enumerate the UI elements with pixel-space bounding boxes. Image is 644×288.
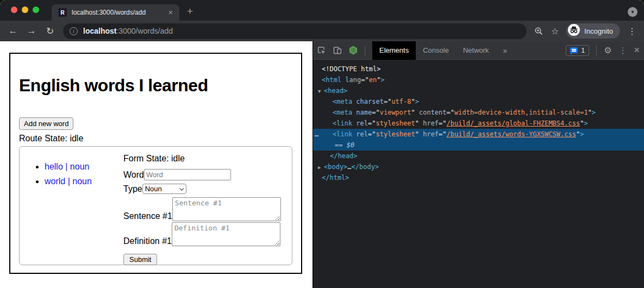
forward-button[interactable]: →	[26, 26, 37, 36]
extension-hexagon-icon[interactable]	[349, 46, 358, 55]
device-toolbar-icon[interactable]	[333, 46, 342, 55]
word-list-item: hello | noun	[45, 161, 123, 172]
devtools-code-line[interactable]: <html lang="en">	[313, 74, 644, 85]
word-label: Word	[123, 170, 144, 180]
devtools-code-line[interactable]: …<link rel="stylesheet" href="/build/_as…	[313, 129, 644, 140]
page-container: English words I learned Add new word Rou…	[9, 53, 302, 274]
gutter-ellipsis-icon[interactable]: …	[315, 129, 318, 140]
devtools-tab-console[interactable]: Console	[416, 41, 456, 60]
add-new-word-button[interactable]: Add new word	[19, 117, 73, 130]
toolbar-divider	[596, 46, 597, 55]
sentence-row: Sentence #1	[123, 197, 281, 221]
browser-window: R localhost:3000/words/add × + ▾ ← → ↻ i…	[0, 0, 644, 288]
expand-arrow-icon[interactable]: ▼	[318, 86, 321, 97]
minimize-window-button[interactable]	[22, 7, 28, 13]
devtools-panel: ElementsConsoleNetwork » 1 ⚙ ⋮ × <!DOCTY…	[312, 41, 644, 288]
incognito-spy-icon	[568, 24, 580, 38]
word-list: hello | nounworld | noun	[20, 161, 123, 265]
definition-row: Definition #1	[123, 222, 281, 246]
word-link[interactable]: hello | noun	[45, 162, 89, 171]
devtools-code-line[interactable]: <!DOCTYPE html>	[313, 64, 644, 74]
devtools-toolbar: ElementsConsoleNetwork » 1 ⚙ ⋮ ×	[313, 41, 644, 60]
devtools-tab-elements[interactable]: Elements	[372, 41, 416, 60]
zoom-icon[interactable]	[534, 27, 543, 36]
tab-close-icon[interactable]: ×	[166, 8, 175, 17]
webpage-viewport: English words I learned Add new word Rou…	[0, 41, 312, 288]
inspect-element-icon[interactable]	[317, 46, 326, 55]
sentence-label: Sentence #1	[123, 211, 172, 221]
issues-count: 1	[581, 47, 585, 54]
close-window-button[interactable]	[11, 7, 17, 13]
definition-label: Definition #1	[123, 236, 172, 246]
submit-button[interactable]: Submit	[123, 254, 157, 265]
incognito-label: Incognito	[584, 27, 613, 35]
browser-tab[interactable]: R localhost:3000/words/add ×	[52, 4, 179, 21]
word-input[interactable]	[144, 169, 231, 180]
issues-counter[interactable]: 1	[566, 45, 589, 56]
devtools-code-line[interactable]: <link rel="stylesheet" href="/build/_ass…	[313, 118, 644, 129]
fullscreen-window-button[interactable]	[33, 7, 39, 13]
devtools-code-line[interactable]: ▶<body>…</body>	[313, 161, 644, 172]
reload-button[interactable]: ↻	[45, 26, 55, 37]
devtools-code-line[interactable]: ▼<head>	[313, 85, 644, 96]
new-tab-button[interactable]: +	[187, 4, 193, 18]
collapse-arrow-icon[interactable]: ▶	[318, 162, 321, 173]
back-button[interactable]: ←	[8, 26, 18, 36]
toolbar-divider	[365, 46, 365, 55]
remix-favicon-icon: R	[58, 8, 67, 17]
devtools-code-line[interactable]: </head>	[313, 151, 644, 161]
devtools-code-line[interactable]: </html>	[313, 172, 644, 183]
type-row: TypeNoun	[123, 184, 281, 194]
type-select[interactable]: Noun	[142, 184, 186, 194]
devtools-tab-network[interactable]: Network	[456, 41, 496, 60]
form-state-text: Form State: idle	[123, 154, 281, 164]
word-list-item: world | noun	[45, 176, 123, 187]
sentence-textarea[interactable]	[172, 197, 281, 221]
search-tabs-button[interactable]: ▾	[628, 7, 637, 17]
devtools-code-line[interactable]: <meta name="viewport" content="width=dev…	[313, 107, 644, 118]
devtools-tabs: ElementsConsoleNetwork	[372, 41, 496, 60]
elements-tree: <!DOCTYPE html><html lang="en">▼<head><m…	[313, 60, 644, 288]
address-bar[interactable]: i localhost:3000/words/add	[63, 23, 527, 39]
page-title: English words I learned	[19, 76, 292, 96]
devtools-close-icon[interactable]: ×	[634, 45, 640, 56]
devtools-code-line[interactable]: == $0	[313, 140, 644, 151]
route-state-text: Route State: idle	[19, 134, 292, 143]
type-select-value: Noun	[145, 185, 162, 193]
definition-textarea[interactable]	[172, 222, 280, 246]
devtools-menu-icon[interactable]: ⋮	[618, 46, 627, 55]
issues-bubble-icon	[570, 47, 578, 53]
site-info-icon[interactable]: i	[70, 27, 78, 35]
tab-strip: R localhost:3000/words/add × + ▾	[0, 0, 644, 21]
type-label: Type	[123, 184, 142, 194]
browser-toolbar: ← → ↻ i localhost:3000/words/add ☆ Incog…	[0, 21, 644, 41]
word-link[interactable]: world | noun	[45, 177, 92, 186]
words-panel: hello | nounworld | noun Form State: idl…	[19, 146, 292, 265]
add-word-form: Form State: idle Word TypeNoun Sentence …	[123, 147, 281, 265]
tab-title: localhost:3000/words/add	[72, 9, 166, 16]
browser-menu-icon[interactable]: ⋮	[628, 26, 636, 36]
more-tabs-icon[interactable]: »	[503, 46, 508, 55]
devtools-code-line[interactable]: <meta charset="utf-8">	[313, 96, 644, 107]
url-text: localhost:3000/words/add	[83, 27, 173, 35]
settings-gear-icon[interactable]: ⚙	[604, 45, 611, 55]
incognito-badge: Incognito	[566, 23, 620, 39]
bookmark-star-icon[interactable]: ☆	[551, 26, 559, 36]
select-chevron-icon	[179, 186, 184, 190]
chevron-down-icon: ▾	[631, 9, 634, 15]
word-row: Word	[123, 169, 281, 180]
window-controls	[11, 7, 39, 13]
